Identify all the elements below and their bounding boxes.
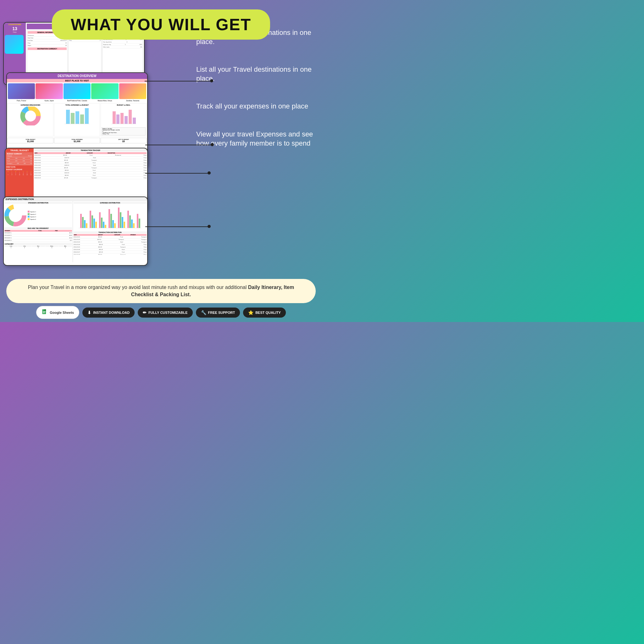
expenses-vs-budget-title: TOTAL EXPENSES vs BUDGET <box>55 104 99 106</box>
svg-rect-33 <box>105 225 106 228</box>
badge-instant-download[interactable]: ⬇ INSTANT DOWNLOAD <box>82 308 135 318</box>
download-icon: ⬇ <box>87 310 91 315</box>
svg-rect-7 <box>80 114 84 124</box>
header-banner: WHAT YOU WILL GET <box>52 9 270 40</box>
feature-text-3: Track all your expenses in one place <box>196 102 316 111</box>
connector-line-1 <box>145 81 211 81</box>
feature-text-4: View all your travel Expenses and see ho… <box>196 130 316 148</box>
connector-dot-3 <box>208 171 211 175</box>
connector-dot-2 <box>211 143 214 146</box>
free-support-label: FREE SUPPORT <box>208 311 235 314</box>
badge-google-sheets[interactable]: Google Sheets <box>36 306 79 319</box>
left-to-budget-value: $5 <box>102 140 146 142</box>
support-icon: 🔧 <box>201 310 206 315</box>
page-title: WHAT YOU WILL GET <box>71 15 251 34</box>
svg-rect-42 <box>127 211 129 228</box>
connector-line-4 <box>145 226 208 227</box>
expenses-breakdown-title: EXPENSES BREAKDOWN <box>8 104 53 106</box>
svg-rect-28 <box>93 219 95 228</box>
dest-currency-label: DESTINATION CURRENCY <box>28 47 67 50</box>
feature-item-3: Track all your expenses in one place <box>196 102 316 111</box>
dest-paris: Paris, France <box>8 100 35 102</box>
google-sheets-label: Google Sheets <box>50 311 74 314</box>
feature-text-2: List all your Travel destinations in one… <box>196 65 316 83</box>
svg-rect-46 <box>137 214 138 228</box>
svg-rect-43 <box>129 215 131 228</box>
svg-rect-44 <box>131 219 133 228</box>
dest-kyoto: Kyoto, Japan <box>36 100 63 102</box>
svg-rect-34 <box>108 209 110 228</box>
expenses-distribution-title: EXPENSES DISTRIBUTION <box>4 197 147 201</box>
expenses-dist-chart-title: EXPENSES DISTRIBUTION <box>74 202 147 204</box>
spenders-pie <box>4 204 26 226</box>
edit-icon: ✏ <box>143 310 147 315</box>
svg-rect-52 <box>43 313 45 313</box>
footer-badges: Google Sheets ⬇ INSTANT DOWNLOAD ✏ FULLY… <box>0 306 322 319</box>
svg-rect-15 <box>133 118 136 124</box>
google-sheets-icon <box>42 309 48 316</box>
svg-rect-37 <box>114 223 116 228</box>
dest-banff: Banff National Park, Canada <box>64 100 91 102</box>
svg-rect-12 <box>120 113 124 124</box>
svg-rect-4 <box>66 110 70 124</box>
badge-customizable[interactable]: ✏ FULLY CUSTOMIZABLE <box>138 308 192 318</box>
category-dist-label: CATEGORY <box>4 243 72 245</box>
total-budget-value: $1,000 <box>8 140 53 142</box>
svg-rect-50 <box>43 311 45 312</box>
svg-rect-10 <box>113 111 116 124</box>
connector-dot-1 <box>210 79 213 82</box>
svg-rect-51 <box>43 312 45 312</box>
svg-rect-24 <box>84 220 86 228</box>
instant-download-label: INSTANT DOWNLOAD <box>93 311 130 314</box>
svg-rect-30 <box>99 212 101 228</box>
badge-free-support[interactable]: 🔧 FREE SUPPORT <box>196 308 240 318</box>
svg-rect-39 <box>120 212 121 228</box>
expenses-dist-chart <box>74 204 147 230</box>
svg-rect-5 <box>71 113 75 124</box>
connector-line-2 <box>145 145 211 145</box>
svg-rect-11 <box>116 114 119 124</box>
expenses-distribution-card: EXPENSES DISTRIBUTION SPENDERS DISTRIBUT… <box>3 197 148 266</box>
svg-rect-13 <box>125 116 128 124</box>
svg-rect-32 <box>103 222 104 228</box>
svg-rect-8 <box>85 108 89 124</box>
svg-rect-25 <box>86 223 87 228</box>
svg-rect-22 <box>80 214 82 228</box>
svg-rect-14 <box>129 110 132 124</box>
star-icon: ⭐ <box>248 310 253 315</box>
dest-zanzibar: Zanzibar, Tanzania <box>119 100 146 102</box>
first-date-label: FIRST DATE <box>6 166 33 168</box>
travel-budget-title: TRAVEL BUDGET <box>6 149 33 152</box>
bar-chart-budget <box>102 107 146 125</box>
transaction-tracker-label: TRANSACTION TRACKER <box>34 149 147 152</box>
badge-best-quality[interactable]: ⭐ BEST QUALITY <box>243 308 286 318</box>
svg-rect-6 <box>75 111 79 124</box>
svg-rect-41 <box>124 222 125 228</box>
budget-vs-real-title: BUDGET vs REAL <box>102 104 146 106</box>
svg-rect-31 <box>101 218 103 228</box>
bottom-text: Plan your Travel in a more organized way… <box>28 285 247 290</box>
svg-rect-49 <box>44 309 46 311</box>
transaction-dist-label: TRANSACTION DISTRIBUTION <box>74 231 147 233</box>
svg-rect-35 <box>110 214 112 228</box>
features-area: See all your travel destinations in one … <box>196 25 316 167</box>
svg-rect-29 <box>95 222 97 228</box>
svg-rect-47 <box>139 219 140 228</box>
svg-rect-38 <box>118 208 119 228</box>
feature-item-2: List all your Travel destinations in one… <box>196 65 316 83</box>
svg-rect-26 <box>90 211 91 228</box>
feature-item-4: View all your travel Expenses and see ho… <box>196 130 316 148</box>
screenshots-area: COUNTDOWN 13 Days TRAVEL OVERVIEW GENERA… <box>3 22 154 267</box>
best-place-label: BEST PLACE TO VISIT <box>7 79 147 82</box>
spenders-dist-label: SPENDERS DISTRIBUTION <box>4 202 72 204</box>
best-quality-label: BEST QUALITY <box>255 311 281 314</box>
connector-dot-4 <box>208 225 211 228</box>
connector-line-3 <box>145 173 208 174</box>
pie-chart <box>8 107 53 125</box>
customizable-label: FULLY CUSTOMIZABLE <box>148 311 187 314</box>
bar-chart-expenses <box>55 107 99 125</box>
dest-maasai: Maasai Mara, Kenya <box>91 100 118 102</box>
svg-rect-36 <box>112 220 114 228</box>
bottom-banner: Plan your Travel in a more organized way… <box>6 279 316 303</box>
svg-rect-45 <box>133 223 135 228</box>
